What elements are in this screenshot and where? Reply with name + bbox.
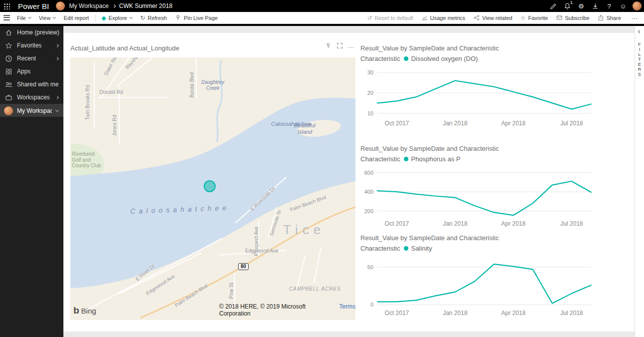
map-label: Caloosahatchee xyxy=(130,204,230,215)
map-frame[interactable]: Slater RdBayshore RdTwin Brooks RdDonald… xyxy=(70,57,355,320)
download-icon[interactable] xyxy=(588,0,602,12)
chart-legend-field: Characteristic xyxy=(360,55,400,62)
notifications-bell-icon[interactable]: 1 xyxy=(560,0,574,12)
svg-text:20: 20 xyxy=(367,90,373,96)
favorite-button[interactable]: ☆Favorite xyxy=(516,12,552,23)
svg-text:Jan 2018: Jan 2018 xyxy=(443,310,468,317)
view-related-button[interactable]: View related xyxy=(469,12,516,23)
map-visual[interactable]: Actual_Latitude and Actual_Longitude … xyxy=(70,44,355,320)
line-chart-phosphorus[interactable]: Result_Value by SampleDate and Character… xyxy=(360,144,600,231)
people-icon xyxy=(4,80,13,88)
star-icon xyxy=(4,41,13,49)
svg-text:400: 400 xyxy=(364,189,373,195)
map-label: Seminole St xyxy=(269,210,282,237)
chart-legend-field: Characteristic xyxy=(360,245,400,252)
route-shield-80: 80 xyxy=(238,263,249,270)
usage-metrics-button[interactable]: Usage metrics xyxy=(417,12,469,23)
map-label: Bayshore Rd xyxy=(124,57,148,70)
bing-logo-icon: b xyxy=(73,305,79,316)
chevron-right-icon xyxy=(55,56,59,60)
sidebar-item-recent[interactable]: Recent xyxy=(0,52,63,65)
focus-mode-icon[interactable] xyxy=(336,42,343,49)
svg-text:0: 0 xyxy=(370,302,373,308)
pin-icon xyxy=(175,14,181,21)
svg-text:Jan 2018: Jan 2018 xyxy=(443,220,468,227)
user-avatar[interactable] xyxy=(630,0,644,12)
hamburger-icon xyxy=(3,15,10,20)
breadcrumb-report: CWK Summer 2018 xyxy=(119,2,173,9)
svg-text:Jul 2018: Jul 2018 xyxy=(560,310,583,317)
map-label: CAMPBELL ACRES xyxy=(289,286,341,292)
refresh-button[interactable]: ↻Refresh xyxy=(136,12,171,23)
feedback-smiley-icon[interactable]: ☺ xyxy=(616,0,630,12)
help-icon[interactable]: ? xyxy=(602,0,616,12)
filters-panel[interactable]: FILTERS xyxy=(635,26,644,337)
line-chart-salinity[interactable]: Result_Value by SampleDate and Character… xyxy=(360,234,600,321)
map-label: Palm Beach Blvd xyxy=(289,194,326,212)
visual-hover-actions: … xyxy=(325,42,354,49)
share-icon xyxy=(598,14,604,21)
file-menu[interactable]: File xyxy=(13,12,35,23)
powerbi-screen: Power BI My Workspace CWK Summer 2018 1 … xyxy=(0,0,644,337)
line-chart-dissolved-oxygen[interactable]: Result_Value by SampleDate and Character… xyxy=(360,44,600,131)
svg-text:Apr 2018: Apr 2018 xyxy=(501,220,526,227)
view-menu[interactable]: View xyxy=(35,12,60,23)
map-label: Palm Beach Blvd xyxy=(174,283,209,308)
chevron-down-icon xyxy=(129,15,133,18)
visual-more-options[interactable]: … xyxy=(348,44,354,48)
sidebar-item-shared-with-me[interactable]: Shared with me xyxy=(0,78,63,91)
pin-live-page-button[interactable]: Pin Live Page xyxy=(171,12,222,23)
app-launcher-button[interactable] xyxy=(0,0,13,12)
svg-text:600: 600 xyxy=(364,170,373,176)
pencil-icon[interactable] xyxy=(546,0,560,12)
bing-logo[interactable]: b Bing xyxy=(73,305,96,316)
chevron-down-icon xyxy=(52,15,56,18)
subscribe-button[interactable]: Subscribe xyxy=(552,12,594,23)
pin-visual-icon[interactable] xyxy=(325,42,331,49)
sidebar-item-workspaces[interactable]: Workspaces xyxy=(0,91,63,104)
svg-text:Oct 2017: Oct 2017 xyxy=(385,220,409,227)
chart-plot-area[interactable]: 050Oct 2017Jan 2018Apr 2018Jul 2018 xyxy=(360,253,595,321)
terms-link[interactable]: Terms xyxy=(339,303,355,310)
legend-bullet-icon xyxy=(404,157,408,161)
waffle-icon xyxy=(3,3,10,9)
share-button[interactable]: Share xyxy=(594,12,625,23)
svg-text:50: 50 xyxy=(367,264,373,270)
top-bar-actions: 1 ⚙ ? ☺ xyxy=(546,0,644,12)
sidebar-item-apps[interactable]: Apps xyxy=(0,65,63,78)
notification-badge: 1 xyxy=(570,0,573,5)
report-page: Actual_Latitude and Actual_Longitude … xyxy=(63,26,635,337)
nav-toggle-button[interactable] xyxy=(0,12,13,23)
breadcrumb: My Workspace CWK Summer 2018 xyxy=(56,1,172,10)
svg-text:10: 10 xyxy=(367,110,373,116)
sidebar-item-favorites[interactable]: Favorites xyxy=(0,39,63,52)
sidebar-item-my-workspace[interactable]: My Workspace xyxy=(0,104,63,117)
expand-filters-icon[interactable] xyxy=(638,30,641,33)
explore-menu[interactable]: ◆Explore xyxy=(97,12,136,23)
chart-plot-area[interactable]: 200400600Oct 2017Jan 2018Apr 2018Jul 201… xyxy=(360,164,595,231)
map-label: Tice xyxy=(283,222,325,238)
map-labels-layer: Slater RdBayshore RdTwin Brooks RdDonald… xyxy=(70,57,355,320)
chart-legend: Characteristic Phosphorus as P xyxy=(360,155,600,163)
chevron-right-icon xyxy=(55,95,59,99)
breadcrumb-workspace[interactable]: My Workspace xyxy=(69,2,108,9)
reset-icon: ↺ xyxy=(367,15,372,21)
legend-bullet-icon xyxy=(404,56,408,61)
sidebar-item-home-preview[interactable]: Home (preview) xyxy=(0,26,63,39)
map-label: Donald Rd xyxy=(99,89,123,95)
edit-report-button[interactable]: Edit report xyxy=(59,12,93,23)
chart-title: Result_Value by SampleDate and Character… xyxy=(360,144,600,153)
chart-plot-area[interactable]: 102030Oct 2017Jan 2018Apr 2018Jul 2018 xyxy=(360,63,595,131)
workspace-avatar[interactable] xyxy=(56,1,65,10)
settings-gear-icon[interactable]: ⚙ xyxy=(574,0,588,12)
chart-title: Result_Value by SampleDate and Character… xyxy=(360,234,600,242)
sidebar-nav: Home (preview) Favorites Recent Apps Sha… xyxy=(0,26,63,337)
more-options-button[interactable]: … xyxy=(625,12,644,23)
map-attribution: © 2018 HERE, © 2019 Microsoft Corporatio… xyxy=(219,303,355,317)
chevron-down-icon xyxy=(55,108,59,112)
chart-legend-series: Phosphorus as P xyxy=(411,155,460,163)
divider xyxy=(95,14,95,21)
reset-to-default-button[interactable]: ↺Reset to default xyxy=(363,12,417,23)
breadcrumb-separator-icon xyxy=(112,4,116,7)
svg-text:Jan 2018: Jan 2018 xyxy=(443,120,468,127)
